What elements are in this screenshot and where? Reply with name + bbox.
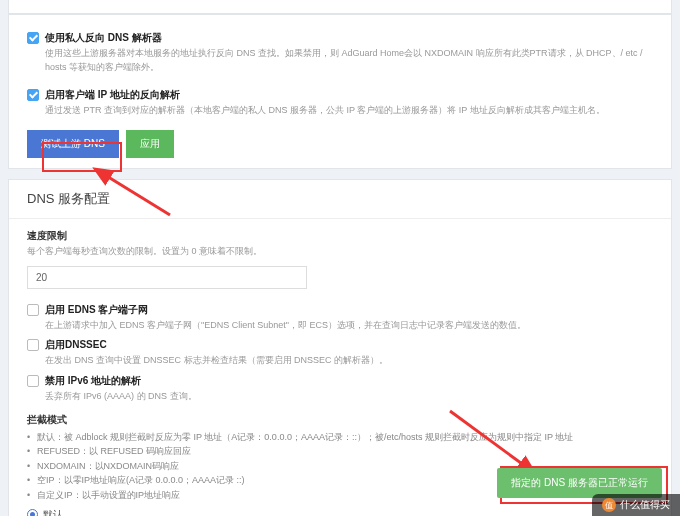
radio-default-label: 默认 — [43, 508, 63, 516]
edns-desc: 在上游请求中加入 EDNS 客户端子网（"EDNS Client Subnet"… — [45, 319, 526, 333]
bullet: REFUSED：以 REFUSED 码响应回应 — [27, 444, 653, 458]
ipv6-label: 禁用 IPv6 地址的解析 — [45, 374, 197, 388]
client-ip-desc: 通过发送 PTR 查询到对应的解析器（本地客户端的私人 DNS 服务器，公共 I… — [45, 104, 605, 118]
reverse-dns-label: 使用私人反向 DNS 解析器 — [45, 31, 653, 45]
reverse-dns-desc: 使用这些上游服务器对本地服务的地址执行反向 DNS 查找。如果禁用，则 AdGu… — [45, 47, 653, 74]
bullet: 默认：被 Adblock 规则拦截时反应为零 IP 地址（A记录：0.0.0.0… — [27, 430, 653, 444]
rate-limit-input[interactable] — [27, 266, 307, 289]
dnssec-checkbox[interactable] — [27, 339, 39, 351]
apply-button[interactable]: 应用 — [126, 130, 174, 158]
ipv6-checkbox[interactable] — [27, 375, 39, 387]
edns-label: 启用 EDNS 客户端子网 — [45, 303, 526, 317]
client-ip-checkbox[interactable] — [27, 89, 39, 101]
radio-default[interactable] — [27, 509, 38, 516]
rate-limit-title: 速度限制 — [27, 229, 653, 243]
edns-checkbox[interactable] — [27, 304, 39, 316]
client-ip-label: 启用客户端 IP 地址的反向解析 — [45, 88, 605, 102]
ipv6-desc: 丢弃所有 IPv6 (AAAA) 的 DNS 查询。 — [45, 390, 197, 404]
watermark-text: 什么值得买 — [620, 498, 670, 512]
watermark: 值 什么值得买 — [592, 494, 680, 516]
section-title: DNS 服务配置 — [9, 180, 671, 219]
highlight-test-button — [42, 142, 122, 172]
watermark-badge-icon: 值 — [602, 498, 616, 512]
reverse-dns-checkbox[interactable] — [27, 32, 39, 44]
dnssec-label: 启用DNSSEC — [45, 338, 388, 352]
block-mode-title: 拦截模式 — [27, 413, 653, 427]
dnssec-desc: 在发出 DNS 查询中设置 DNSSEC 标志并检查结果（需要启用 DNSSEC… — [45, 354, 388, 368]
rate-limit-desc: 每个客户端每秒查询次数的限制。设置为 0 意味着不限制。 — [27, 245, 653, 258]
upstream-textarea-edge[interactable] — [8, 0, 672, 14]
